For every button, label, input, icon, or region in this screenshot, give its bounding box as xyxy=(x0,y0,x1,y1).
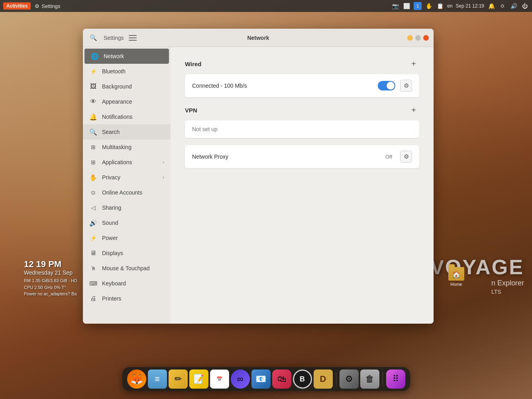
minimize-button[interactable] xyxy=(407,35,413,41)
folder-shape: 🏠 xyxy=(448,267,464,281)
clock-date: Wednesday 21 Sep xyxy=(24,269,77,276)
sidebar-label-background: Background xyxy=(102,83,164,90)
dock-files[interactable]: ≡ xyxy=(148,370,167,389)
window-controls xyxy=(407,35,434,41)
sidebar-item-bluetooth[interactable]: ⚡ Bluetooth xyxy=(83,64,171,79)
search-icon[interactable]: 🔍 xyxy=(88,32,99,43)
sidebar-label-applications: Applications xyxy=(102,159,158,165)
sidebar-label-multitasking: Multitasking xyxy=(102,144,164,150)
topbar-app-icon: ⚙ xyxy=(35,3,39,9)
screenshot-icon[interactable]: 📷 xyxy=(391,2,399,10)
sidebar-item-search[interactable]: 🔍 Search xyxy=(83,124,171,140)
wired-connection-row: Connected - 100 Mb/s ⚙ xyxy=(185,74,419,97)
window-titlebar: 🔍 Settings Network xyxy=(83,29,434,47)
privacy-arrow: › xyxy=(163,175,164,180)
wired-toggle[interactable] xyxy=(378,81,395,90)
search-sidebar-icon: 🔍 xyxy=(89,128,97,136)
keyboard-layout[interactable]: en xyxy=(447,3,452,9)
voyage-text: VOYAGE xyxy=(431,255,524,279)
mouse-icon: 🖱 xyxy=(89,264,97,272)
multitasking-icon: ⊞ xyxy=(89,143,97,151)
dock-settings[interactable]: ⚙ xyxy=(340,370,359,389)
sidebar-item-appearance[interactable]: 👁 Appearance xyxy=(83,94,171,109)
proxy-settings-button[interactable]: ⚙ xyxy=(400,151,412,163)
proxy-status: Off xyxy=(385,154,392,160)
hamburger-button[interactable] xyxy=(127,32,138,43)
sidebar-item-notifications[interactable]: 🔔 Notifications xyxy=(83,109,171,124)
close-button[interactable] xyxy=(423,35,429,41)
power-menu-icon[interactable]: ⏻ xyxy=(521,2,529,10)
wired-settings-button[interactable]: ⚙ xyxy=(400,80,412,92)
sidebar-label-online-accounts: Online Accounts xyxy=(102,189,164,196)
sidebar-label-notifications: Notifications xyxy=(102,114,164,120)
taskbar: 🦊 ≡ ✏ 📝 📅 ∞ 📧 🛍 B D ⚙ 🗑 ⠿ xyxy=(122,367,410,391)
screen-icon[interactable]: ⬜ xyxy=(402,2,410,10)
system-info: RM 1.35 GiB/3.83 GiB · HD CPU 2.50 GHz 0… xyxy=(24,277,77,297)
window-body: 🌐 Network ⚡ Bluetooth 🖼 Background 👁 App… xyxy=(83,47,434,324)
sidebar-label-search: Search xyxy=(102,129,164,135)
topbar-app-name: ⚙ Settings xyxy=(35,3,60,9)
sidebar-item-keyboard[interactable]: ⌨ Keyboard xyxy=(83,276,171,291)
dock-editor[interactable]: ✏ xyxy=(169,370,188,389)
dock-trash[interactable]: 🗑 xyxy=(360,370,379,389)
wired-connection-label: Connected - 100 Mb/s xyxy=(192,83,373,89)
notifications-icon: 🔔 xyxy=(89,113,97,121)
dock-boombox[interactable]: B xyxy=(293,370,312,389)
notification-icon[interactable]: 🔔 xyxy=(487,2,495,10)
sidebar-title: Settings xyxy=(104,35,124,41)
sidebar-item-privacy[interactable]: ✋ Privacy › xyxy=(83,170,171,185)
window-search-area: 🔍 Settings xyxy=(83,32,171,43)
activities-button[interactable]: Activities xyxy=(3,2,31,10)
dock-calendar[interactable]: 📅 xyxy=(210,370,229,389)
topbar-right: 📷 ⬜ 1 ✋ 📋 en Sep 21 12:19 🔔 ⛭ 🔊 ⏻ xyxy=(391,2,529,10)
sidebar-label-network: Network xyxy=(104,53,163,59)
wired-title: Wired xyxy=(185,61,202,67)
gesture-icon[interactable]: ✋ xyxy=(425,2,433,10)
add-wired-button[interactable]: + xyxy=(408,58,419,69)
sidebar-label-keyboard: Keyboard xyxy=(102,280,164,287)
sidebar-label-bluetooth: Bluetooth xyxy=(102,68,164,75)
maximize-button[interactable] xyxy=(415,35,421,41)
sidebar-item-network[interactable]: 🌐 Network xyxy=(84,49,169,64)
sidebar-item-power[interactable]: ⚡ Power xyxy=(83,230,171,246)
dock-app-grid[interactable]: ⠿ xyxy=(386,370,405,389)
dock-typist[interactable]: D xyxy=(314,370,333,389)
online-accounts-icon: ⊙ xyxy=(89,189,97,197)
badge-icon[interactable]: 1 xyxy=(414,2,422,10)
volume-icon[interactable]: 🔊 xyxy=(510,2,518,10)
clipboard-icon[interactable]: 📋 xyxy=(436,2,444,10)
dock-notes[interactable]: 📝 xyxy=(189,370,208,389)
home-folder-icon[interactable]: 🏠 Home xyxy=(448,267,464,287)
sound-icon: 🔊 xyxy=(89,219,97,227)
dock-software[interactable]: 🛍 xyxy=(272,370,291,389)
desktop-clock: 12 19 PM Wednesday 21 Sep RM 1.35 GiB/3.… xyxy=(24,259,77,297)
dock-mastodon[interactable]: ∞ xyxy=(231,370,250,389)
privacy-icon: ✋ xyxy=(89,173,97,181)
ram-info: RM 1.35 GiB/3.83 GiB · HD xyxy=(24,277,77,284)
sidebar-label-printers: Printers xyxy=(102,295,164,302)
network-status-icon[interactable]: ⛭ xyxy=(499,2,506,10)
dock-email[interactable]: 📧 xyxy=(251,370,271,389)
sidebar-item-sound[interactable]: 🔊 Sound xyxy=(83,215,171,230)
sidebar-label-sharing: Sharing xyxy=(102,204,164,211)
sidebar-item-multitasking[interactable]: ⊞ Multitasking xyxy=(83,140,171,155)
sidebar-item-sharing[interactable]: ◁ Sharing xyxy=(83,200,171,215)
appearance-icon: 👁 xyxy=(89,98,97,106)
sidebar-item-applications[interactable]: ⊞ Applications › xyxy=(83,155,171,170)
sidebar-item-mouse[interactable]: 🖱 Mouse & Touchpad xyxy=(83,261,171,276)
sidebar-label-privacy: Privacy xyxy=(102,174,158,181)
wired-section-header: Wired + xyxy=(185,58,419,69)
window-title: Network xyxy=(247,35,269,41)
sidebar-item-background[interactable]: 🖼 Background xyxy=(83,79,171,94)
network-icon: 🌐 xyxy=(91,52,99,60)
explorer-text: n Explorer LTS xyxy=(491,279,524,296)
sharing-icon: ◁ xyxy=(89,204,97,212)
dock-firefox[interactable]: 🦊 xyxy=(127,370,146,389)
topbar-time: Sep 21 12:19 xyxy=(456,3,484,9)
sidebar-item-displays[interactable]: 🖥 Displays xyxy=(83,246,171,261)
sidebar-item-online-accounts[interactable]: ⊙ Online Accounts xyxy=(83,185,171,200)
topbar-left: Activities ⚙ Settings xyxy=(3,2,60,10)
sidebar-item-printers[interactable]: 🖨 Printers xyxy=(83,291,171,306)
add-vpn-button[interactable]: + xyxy=(408,104,419,116)
vpn-empty-label: Not set up xyxy=(185,120,419,138)
